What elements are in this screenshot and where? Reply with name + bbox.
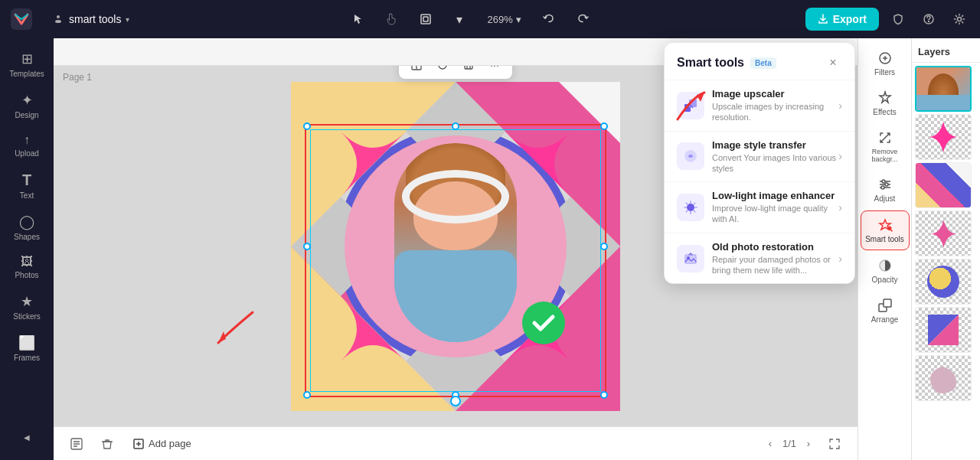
svg-point-41 [885,183,888,186]
bottom-bar: Add page ‹ 1/1 › [54,426,858,460]
sidebar-item-text[interactable]: T Text [4,165,50,206]
smart-tools-tool[interactable]: Smart tools [861,210,910,250]
style-transfer-icon [677,142,704,170]
canvas-tool-2[interactable] [431,66,454,76]
upload-icon: ↑ [24,133,30,147]
sidebar-item-frames[interactable]: ⬜ Frames [4,328,50,368]
layer-2[interactable] [915,114,972,160]
low-light-desc: Improve low-light image quality with AI. [712,203,838,225]
sidebar-item-photos[interactable]: 🖼 Photos [4,249,50,285]
filters-tool[interactable]: Filters [861,44,910,83]
layer-6[interactable] [915,307,972,353]
zoom-control[interactable]: 269% ▾ [481,11,527,28]
workspace-chevron: ▾ [126,15,129,24]
canvas-tool-3[interactable] [457,66,480,76]
photo-restore-title: Old photo restoration [712,241,838,253]
photos-icon: 🖼 [21,255,33,269]
style-transfer-arrow: › [838,150,842,162]
sidebar-item-upload[interactable]: ↑ Upload [4,127,50,164]
layer-4[interactable] [915,210,972,256]
popup-close-btn[interactable]: × [824,54,842,72]
photo-restore-desc: Repair your damaged photos or bring them… [712,254,838,276]
photo-restore-text: Old photo restoration Repair your damage… [712,241,838,276]
prev-page-btn[interactable]: ‹ [761,435,779,453]
svg-point-7 [958,18,962,21]
upscaler-title: Image upscaler [712,88,838,100]
layer-1[interactable] [915,66,972,112]
layer-5[interactable] [915,259,972,305]
design-canvas[interactable]: ··· [291,82,620,411]
canvas-tool-1[interactable] [405,66,428,76]
sidebar-item-templates[interactable]: ⊞ Templates [4,44,50,84]
popup-item-upscaler[interactable]: Image upscaler Upscale images by increas… [665,80,854,131]
templates-icon: ⊞ [21,51,33,67]
sidebar-item-shapes[interactable]: ◯ Shapes [4,207,50,247]
hand-tool-btn[interactable] [380,7,404,31]
style-transfer-desc: Convert Your images Into various styles [712,152,838,175]
topbar-right: Export [805,8,971,31]
svg-point-2 [55,20,61,23]
workspace-name: smart tools [69,13,121,25]
canvas-toolbar: ··· [399,66,512,79]
photo-restore-arrow: › [838,253,842,265]
app-logo[interactable] [9,7,34,31]
layers-list [912,63,980,460]
style-transfer-text: Image style transfer Convert Your images… [712,139,838,175]
popup-item-low-light[interactable]: Low-light image enhancer Improve low-lig… [665,181,854,233]
redo-btn[interactable] [570,7,595,31]
settings-icon-btn[interactable] [948,8,971,31]
frame-chevron[interactable]: ▾ [447,7,472,31]
svg-point-42 [881,186,884,189]
popup-item-photo-restore[interactable]: Old photo restoration Repair your damage… [665,233,854,284]
text-icon: T [22,171,31,189]
sidebar-item-design[interactable]: ✦ Design [4,86,50,126]
svg-rect-47 [884,299,891,307]
next-page-btn[interactable]: › [799,435,818,453]
layers-panel: Layers [911,38,980,460]
undo-btn[interactable] [537,7,561,31]
page-settings-icon[interactable] [66,433,87,455]
svg-line-44 [890,230,892,231]
svg-point-54 [687,204,694,211]
svg-point-53 [689,155,692,158]
remove-bg-tool[interactable]: Remove backgr... [861,124,910,169]
shapes-icon: ◯ [19,214,34,230]
page-nav: ‹ 1/1 › [761,435,818,453]
frame-btn[interactable] [413,7,438,31]
sidebar-collapse-btn[interactable]: ◀ [4,427,50,448]
trash-icon[interactable] [96,433,118,455]
opacity-tool[interactable]: Opacity [861,252,910,290]
add-page-button[interactable]: Add page [127,435,198,452]
frames-icon: ⬜ [18,334,35,351]
topbar: smart tools ▾ ▾ 269% ▾ Export [0,0,980,38]
style-transfer-title: Image style transfer [712,139,838,151]
right-tools-panel: Filters Effects Remove backgr... Adjust … [858,38,911,460]
sidebar-item-stickers[interactable]: ★ Stickers [4,287,50,327]
layer-7[interactable] [915,355,972,401]
effects-tool[interactable]: Effects [861,84,910,122]
effects-label: Effects [873,108,896,116]
filters-label: Filters [874,68,895,77]
arrange-tool[interactable]: Arrange [861,292,910,330]
shield-icon-btn[interactable] [887,8,910,31]
expand-btn[interactable] [824,433,845,455]
popup-item-style-transfer[interactable]: Image style transfer Convert Your images… [665,131,854,182]
topbar-center: ▾ 269% ▾ [148,7,792,31]
layer-3[interactable] [915,162,972,208]
photo-restore-icon [677,245,704,272]
help-icon-btn[interactable] [917,8,940,31]
adjust-tool[interactable]: Adjust [861,171,910,209]
canvas-tool-more[interactable]: ··· [483,66,506,76]
low-light-icon [677,194,704,221]
workspace-selector[interactable]: smart tools ▾ [46,10,136,28]
popup-title: Smart tools [677,56,744,70]
collapse-icon: ◀ [24,433,30,442]
pointer-tool-btn[interactable] [346,7,371,31]
export-label: Export [833,13,867,25]
smart-tools-label: Smart tools [865,235,904,243]
export-button[interactable]: Export [805,8,879,31]
smart-tools-popup: Smart tools Beta × Image upscaler Upscal… [664,42,855,284]
low-light-arrow: › [838,201,842,214]
design-icon: ✦ [21,92,33,109]
page-label: Page 1 [63,72,92,83]
